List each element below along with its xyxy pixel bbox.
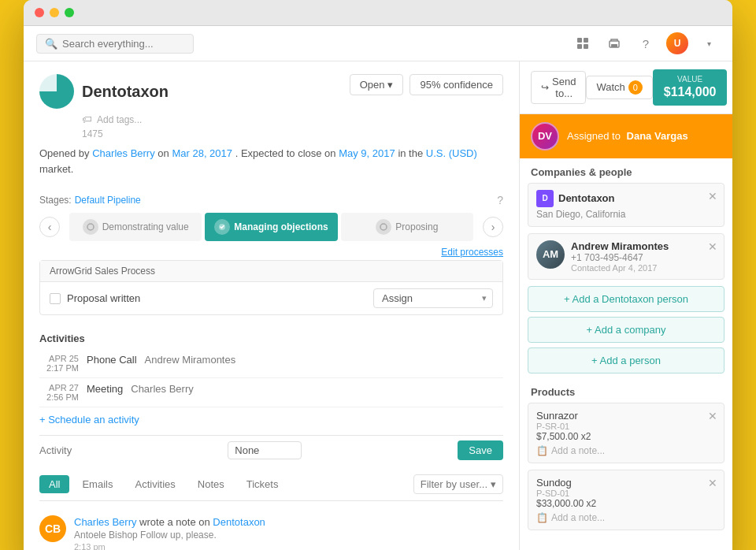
- process-label: Proposal written: [67, 292, 140, 304]
- svg-rect-0: [577, 38, 582, 43]
- product1-price: $7,500.00 x2: [536, 431, 716, 442]
- stage-step-proposing[interactable]: Proposing: [341, 213, 473, 241]
- product1-name: Sunrazor: [536, 410, 716, 422]
- send-to-button[interactable]: ↪ Send to...: [531, 71, 586, 104]
- product2-name: Sundog: [536, 477, 716, 489]
- person-phone: +1 703-495-4647: [571, 252, 716, 263]
- process-check: Proposal written: [50, 292, 140, 304]
- process-section: ArrowGrid Sales Process Proposal written…: [39, 260, 503, 315]
- product1-close-icon[interactable]: ✕: [708, 410, 717, 422]
- topbar-icons: ? U ▾: [572, 32, 720, 54]
- confidence-button[interactable]: 95% confidence: [410, 74, 503, 95]
- company-logo: [39, 74, 74, 109]
- svg-rect-2: [577, 44, 582, 49]
- help-icon[interactable]: ?: [635, 32, 657, 54]
- close-date-link[interactable]: May 9, 2017: [339, 147, 395, 159]
- edit-processes-area: Edit processes: [39, 241, 503, 260]
- opened-by-link[interactable]: Charles Berry: [92, 147, 154, 159]
- assigned-avatar: DV: [531, 122, 559, 151]
- stage-prev-button[interactable]: ‹: [39, 217, 60, 237]
- right-header: ↪ Send to... Watch 0 VALUE $114,000: [520, 61, 732, 114]
- product2-code: P-SD-01: [536, 489, 716, 498]
- add-person-link[interactable]: + Add a person: [528, 347, 724, 373]
- add-tags-link[interactable]: Add tags...: [97, 114, 142, 125]
- app-window: 🔍 ? U ▾ Dentotaxon: [24, 0, 732, 550]
- product2-note[interactable]: 📋 Add a note...: [536, 512, 716, 523]
- company-logo-small: D: [536, 190, 554, 207]
- save-button[interactable]: Save: [458, 440, 503, 460]
- step-icon-active: [214, 219, 230, 235]
- close-dot[interactable]: [35, 8, 44, 17]
- avatar-topbar[interactable]: U: [666, 32, 688, 54]
- product1-note[interactable]: 📋 Add a note...: [536, 445, 716, 456]
- person-name: Andrew Miramontes: [571, 240, 716, 252]
- tab-tickets[interactable]: Tickets: [237, 475, 288, 493]
- product2-close-icon[interactable]: ✕: [708, 477, 717, 489]
- minimize-dot[interactable]: [50, 8, 59, 17]
- market-link[interactable]: U.S. (USD): [426, 147, 477, 159]
- product1-code: P-SR-01: [536, 422, 716, 431]
- person-close-icon[interactable]: ✕: [708, 240, 717, 253]
- feed-item: CB Charles Berry wrote a note on Dentota…: [39, 509, 503, 550]
- tab-notes[interactable]: Notes: [188, 475, 234, 493]
- note-icon-2: 📋: [536, 512, 548, 523]
- assigned-bar: DV Assigned to Dana Vargas: [520, 114, 732, 158]
- feed-author-link[interactable]: Charles Berry: [74, 516, 136, 528]
- feed-avatar: CB: [39, 515, 66, 542]
- activity-bar-label: Activity: [39, 444, 72, 456]
- tab-emails[interactable]: Emails: [72, 475, 122, 493]
- svg-rect-1: [584, 38, 588, 43]
- process-title: ArrowGrid Sales Process: [50, 266, 155, 277]
- assign-select[interactable]: Assign Andrew Miramontes Charles Berry: [373, 288, 493, 308]
- status-button[interactable]: Open ▾: [350, 74, 404, 95]
- assigned-label: Assigned to Dana Vargas: [567, 130, 688, 142]
- activity-type-select[interactable]: None Phone Call Meeting: [228, 441, 302, 459]
- svg-rect-5: [611, 44, 617, 47]
- filter-by-user[interactable]: Filter by user... ▾: [413, 474, 503, 494]
- tab-activities[interactable]: Activities: [125, 475, 184, 493]
- search-box[interactable]: 🔍: [36, 34, 194, 54]
- proposal-checkbox[interactable]: [50, 293, 61, 304]
- open-date-link[interactable]: Mar 28, 2017: [172, 147, 232, 159]
- main-content: Dentotaxon Open ▾ 95% confidence 🏷 Add t…: [24, 61, 732, 550]
- tab-all[interactable]: All: [39, 475, 69, 493]
- value-button[interactable]: VALUE $114,000: [653, 69, 728, 106]
- grid-icon[interactable]: [572, 32, 594, 54]
- deal-title-area: Dentotaxon: [39, 74, 169, 109]
- activity-date-1: APR 25 2:17 PM: [39, 354, 79, 373]
- stage-next-button[interactable]: ›: [483, 217, 503, 237]
- print-icon[interactable]: [603, 32, 625, 54]
- deal-id: 1475: [82, 128, 503, 139]
- feed-content: Charles Berry wrote a note on Dentotaxon…: [74, 515, 503, 550]
- activity-type-1: Phone Call: [87, 354, 137, 366]
- stage-step-demonstrating[interactable]: Demonstrating value: [69, 213, 202, 241]
- assign-wrapper: Assign Andrew Miramontes Charles Berry: [373, 288, 493, 308]
- add-dentotaxon-person-link[interactable]: + Add a Dentotaxon person: [528, 286, 724, 312]
- activity-date-2: APR 27 2:56 PM: [39, 383, 79, 402]
- chevron-down-icon[interactable]: ▾: [698, 32, 720, 54]
- edit-processes-link[interactable]: Edit processes: [441, 247, 503, 258]
- company-close-icon[interactable]: ✕: [708, 190, 717, 203]
- deal-title: Dentotaxon: [82, 83, 169, 101]
- maximize-dot[interactable]: [65, 8, 74, 17]
- stage-navigator: ‹ Demonstrating value Managi: [39, 213, 503, 241]
- stage-step-managing[interactable]: Managing objections: [205, 213, 337, 241]
- stages-help-icon[interactable]: ?: [497, 194, 503, 206]
- activity-item-2: APR 27 2:56 PM Meeting Charles Berry: [39, 378, 503, 407]
- company-location: San Diego, California: [536, 209, 716, 220]
- company-name: D Dentotaxon: [536, 190, 716, 207]
- add-company-link[interactable]: + Add a company: [528, 317, 724, 343]
- search-input[interactable]: [62, 38, 185, 50]
- watch-button[interactable]: Watch 0: [586, 76, 652, 99]
- schedule-activity-link[interactable]: + Schedule an activity: [39, 407, 503, 432]
- stages-section: Stages: Default Pipeline ? ‹ Demonstrati…: [39, 186, 503, 241]
- step-icon-proposing: [376, 219, 391, 235]
- feed-deal-link[interactable]: Dentotaxon: [213, 516, 265, 528]
- tags-row: 🏷 Add tags...: [82, 113, 503, 125]
- process-header: ArrowGrid Sales Process: [40, 261, 502, 282]
- stage-steps: Demonstrating value Managing objections: [69, 213, 473, 241]
- pipeline-link[interactable]: Default Pipeline: [75, 195, 141, 206]
- activities-title: Activities: [39, 328, 503, 349]
- svg-rect-3: [584, 44, 588, 49]
- titlebar: [24, 0, 732, 26]
